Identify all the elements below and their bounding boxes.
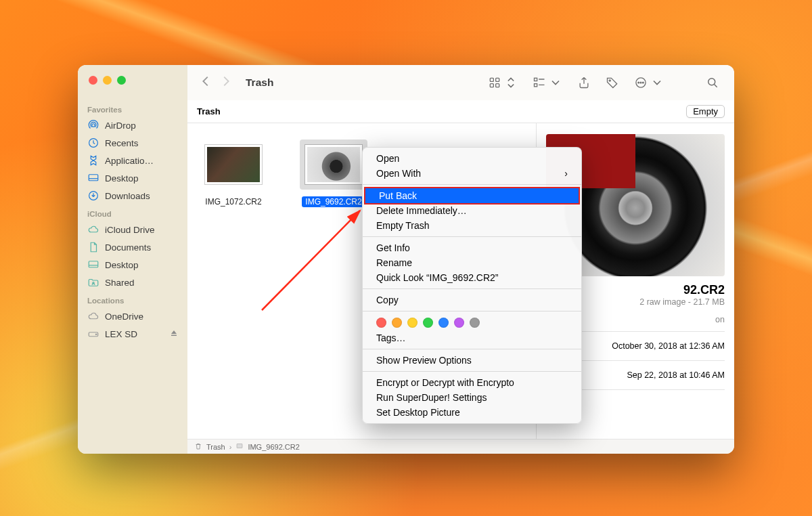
group-by-button[interactable] bbox=[528, 73, 566, 92]
sidebar-group-favorites: Favorites bbox=[78, 100, 187, 116]
svg-rect-4 bbox=[89, 261, 98, 267]
forward-button[interactable] bbox=[219, 74, 233, 91]
tag-color-green[interactable] bbox=[423, 318, 433, 328]
sidebar-item-onedrive[interactable]: OneDrive bbox=[78, 307, 187, 325]
toolbar: Trash bbox=[187, 65, 734, 100]
ctx-tag-colors bbox=[363, 315, 581, 330]
svg-rect-10 bbox=[490, 84, 493, 87]
sidebar: Favorites AirDrop Recents Applicatio… De… bbox=[78, 65, 187, 454]
sidebar-item-label: iCloud Drive bbox=[105, 225, 155, 235]
file-label[interactable]: IMG_9692.CR2 bbox=[302, 196, 365, 207]
tags-button[interactable] bbox=[602, 73, 623, 92]
sidebar-group-icloud: iCloud bbox=[78, 205, 187, 221]
sidebar-item-documents[interactable]: Documents bbox=[78, 238, 187, 256]
clock-icon bbox=[87, 137, 99, 149]
sidebar-item-lexsd[interactable]: LEX SD bbox=[78, 325, 187, 343]
sidebar-group-locations: Locations bbox=[78, 291, 187, 307]
svg-point-7 bbox=[95, 334, 97, 335]
ctx-encrypt[interactable]: Encrypt or Decrypt with Encrypto bbox=[363, 375, 581, 390]
tag-color-red[interactable] bbox=[376, 318, 386, 328]
sidebar-item-downloads[interactable]: Downloads bbox=[78, 187, 187, 205]
minimize-window-button[interactable] bbox=[103, 76, 112, 85]
file-thumbnail bbox=[205, 145, 262, 184]
file-item-selected[interactable]: IMG_9692.CR2 bbox=[300, 139, 367, 207]
svg-rect-12 bbox=[535, 78, 537, 81]
path-crumb[interactable]: Trash bbox=[206, 443, 225, 451]
sidebar-item-icloud-drive[interactable]: iCloud Drive bbox=[78, 221, 187, 238]
sidebar-item-label: Recents bbox=[105, 138, 139, 148]
applications-icon bbox=[87, 154, 99, 167]
downloads-icon bbox=[87, 190, 99, 202]
ctx-open-with[interactable]: Open With › bbox=[363, 166, 581, 181]
sidebar-item-label: Documents bbox=[105, 242, 151, 253]
file-small-icon bbox=[235, 442, 244, 452]
ctx-quick-look[interactable]: Quick Look “IMG_9692.CR2” bbox=[363, 270, 581, 285]
preview-filename: 92.CR2 bbox=[639, 283, 725, 297]
back-button[interactable] bbox=[198, 74, 213, 91]
location-label: Trash bbox=[197, 106, 221, 116]
ctx-empty-trash[interactable]: Empty Trash bbox=[363, 218, 581, 233]
ctx-put-back[interactable]: Put Back bbox=[365, 188, 579, 203]
nav-controls bbox=[198, 74, 233, 91]
svg-rect-9 bbox=[496, 78, 499, 81]
share-button[interactable] bbox=[573, 73, 595, 92]
sidebar-item-shared[interactable]: Shared bbox=[78, 274, 187, 291]
cloud-icon bbox=[87, 223, 99, 236]
search-button[interactable] bbox=[702, 73, 723, 92]
shared-folder-icon bbox=[87, 276, 99, 288]
sidebar-item-airdrop[interactable]: AirDrop bbox=[78, 116, 187, 134]
desktop-icon bbox=[87, 172, 99, 184]
ctx-delete-immediately[interactable]: Delete Immediately… bbox=[363, 203, 581, 218]
file-thumbnail bbox=[305, 145, 362, 184]
fullscreen-window-button[interactable] bbox=[117, 76, 126, 85]
chevron-right-icon: › bbox=[564, 168, 568, 179]
svg-rect-13 bbox=[535, 84, 537, 87]
sidebar-item-label: Shared bbox=[105, 278, 135, 288]
tag-color-purple[interactable] bbox=[454, 318, 464, 328]
ctx-set-desktop-picture[interactable]: Set Desktop Picture bbox=[363, 405, 581, 420]
svg-rect-8 bbox=[490, 78, 493, 81]
svg-point-18 bbox=[643, 82, 644, 83]
ctx-rename[interactable]: Rename bbox=[363, 255, 581, 270]
svg-point-16 bbox=[638, 82, 639, 83]
sidebar-item-label: Downloads bbox=[105, 191, 150, 201]
sidebar-item-recents[interactable]: Recents bbox=[78, 134, 187, 152]
tag-color-gray[interactable] bbox=[470, 318, 480, 328]
trash-icon bbox=[194, 442, 202, 452]
svg-point-14 bbox=[609, 80, 610, 81]
empty-trash-button[interactable]: Empty bbox=[686, 105, 725, 118]
tag-color-yellow[interactable] bbox=[407, 318, 418, 328]
document-icon bbox=[87, 241, 99, 253]
path-crumb[interactable]: IMG_9692.CR2 bbox=[248, 443, 299, 451]
svg-rect-11 bbox=[496, 84, 499, 87]
airdrop-icon bbox=[87, 119, 99, 131]
svg-rect-20 bbox=[237, 444, 242, 448]
ctx-get-info[interactable]: Get Info bbox=[363, 240, 581, 255]
sidebar-item-desktop[interactable]: Desktop bbox=[78, 169, 187, 187]
window-title: Trash bbox=[246, 77, 273, 89]
ctx-open[interactable]: Open bbox=[363, 151, 581, 166]
sidebar-item-icloud-desktop[interactable]: Desktop bbox=[78, 256, 187, 274]
sidebar-item-label: Applicatio… bbox=[105, 156, 154, 166]
ctx-tags[interactable]: Tags… bbox=[363, 330, 581, 345]
file-item[interactable]: IMG_1072.CR2 bbox=[200, 139, 267, 207]
tag-color-blue[interactable] bbox=[438, 318, 449, 328]
ctx-superduper[interactable]: Run SuperDuper! Settings bbox=[363, 390, 581, 405]
disk-icon bbox=[87, 328, 99, 340]
svg-point-0 bbox=[92, 124, 95, 127]
tag-color-orange[interactable] bbox=[392, 318, 402, 328]
cloud-icon bbox=[87, 310, 99, 322]
ctx-show-preview-options[interactable]: Show Preview Options bbox=[363, 353, 581, 368]
desktop-icon bbox=[87, 259, 99, 271]
preview-section: on bbox=[639, 315, 725, 324]
path-bar: Trash › IMG_9692.CR2 bbox=[187, 439, 734, 454]
sidebar-item-applications[interactable]: Applicatio… bbox=[78, 152, 187, 169]
view-mode-button[interactable] bbox=[484, 73, 522, 92]
eject-icon[interactable] bbox=[170, 329, 178, 339]
actions-button[interactable] bbox=[630, 73, 668, 92]
sidebar-item-label: OneDrive bbox=[105, 311, 143, 322]
ctx-copy[interactable]: Copy bbox=[363, 293, 581, 307]
sidebar-item-label: AirDrop bbox=[105, 121, 136, 131]
file-label[interactable]: IMG_1072.CR2 bbox=[202, 196, 265, 207]
close-window-button[interactable] bbox=[89, 76, 97, 85]
